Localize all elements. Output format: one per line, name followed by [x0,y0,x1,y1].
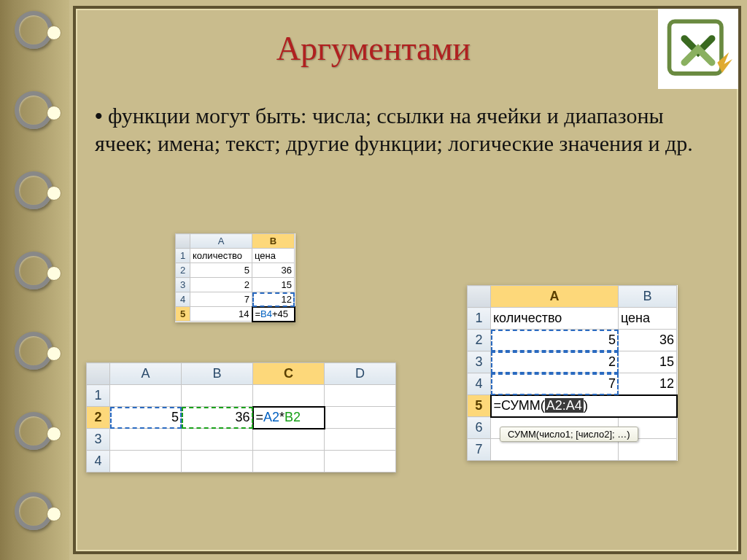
row-header: 4 [87,451,110,472]
excel-example-1: A B 1 количество цена 2 5 36 3 2 15 4 7 … [175,233,295,322]
formula-prefix: = [256,410,264,424]
table-row: 5 14 =B4+45 [176,307,295,322]
row-header: 2 [87,407,110,429]
cell-referenced: 2 [491,351,619,373]
table-row: 1 [87,385,396,407]
function-tooltip: СУММ(число1; [число2]; …) [500,427,638,442]
row-header: 2 [176,263,190,278]
table-row: 3 2 15 [468,351,677,373]
cell: количество [190,249,252,263]
cell [182,429,253,451]
table-row: 1 количество цена [468,308,677,330]
formula-ref: B4 [260,308,272,319]
table-row: 4 [87,451,396,472]
cell: 36 [252,263,295,278]
cell-referenced: 5 [110,407,182,429]
formula-cell: =A2*B2 [253,407,325,429]
cell [253,451,325,472]
cell: 5 [190,263,252,278]
table-row: 4 7 12 [468,373,677,395]
row-header: 6 [468,417,491,439]
bullet-text: функции могут быть: числа; ссылки на яче… [95,102,718,157]
excel-logo-icon [658,9,738,89]
row-header: 4 [176,292,190,307]
formula-prefix: = [255,308,261,319]
formula-op: * [279,410,285,424]
col-header-d: D [325,363,396,385]
table-row: 3 2 15 [176,278,295,292]
row-header: 5 [468,395,491,417]
col-header-b: B [619,286,677,308]
table-row: 2 5 36 [176,263,295,278]
cell [619,439,677,461]
cell [253,385,325,407]
cell: количество [491,308,619,330]
cell [110,385,182,407]
select-all-corner [87,363,110,385]
table-row: 2 5 36 =A2*B2 [87,407,396,429]
cell [325,429,396,451]
cell-referenced: 36 [182,407,253,429]
cell-referenced: 12 [252,292,295,307]
spiral-ring [15,252,53,289]
cell [182,451,253,472]
table-row: 5 =СУММ(A2:A4) [468,395,677,417]
cell: 2 [190,278,252,292]
table-row: 3 [87,429,396,451]
cell: 14 [190,307,252,322]
cell: цена [619,308,677,330]
cell: 7 [190,292,252,307]
row-header: 3 [468,351,491,373]
spiral-ring [15,11,53,49]
formula-cell: =B4+45 [252,307,295,322]
row-header: 7 [468,439,491,461]
cell: 36 [619,330,677,351]
col-header-b: B [252,234,295,249]
spiral-ring [15,492,53,530]
cell [253,429,325,451]
formula-suffix: ) [584,398,588,413]
cell-referenced: 7 [491,373,619,395]
cell [325,407,396,429]
col-header-a: A [491,286,619,308]
excel-example-2: A B C D 1 2 5 36 =A2*B2 3 4 [86,362,396,472]
spiral-ring [15,171,53,209]
row-header: 5 [176,307,190,322]
table-row: 4 7 12 [176,292,295,307]
row-header: 1 [87,385,110,407]
row-header: 2 [468,330,491,351]
row-header: 3 [176,278,190,292]
formula-cell: =СУММ(A2:A4) [491,395,677,417]
row-header: 4 [468,373,491,395]
col-header-c: C [253,363,325,385]
spiral-ring [15,412,53,450]
select-all-corner [468,286,491,308]
row-header: 3 [87,429,110,451]
table-row: 1 количество цена [176,249,295,263]
cell [491,439,619,461]
select-all-corner [176,234,190,249]
formula-ref: B2 [285,410,301,424]
row-header: 1 [468,308,491,330]
table-row: 7 [468,439,677,461]
table-row: 2 5 36 [468,330,677,351]
cell-referenced: 5 [491,330,619,351]
col-header-b: B [182,363,253,385]
col-header-a: A [190,234,252,249]
cell [325,385,396,407]
cell: цена [252,249,295,263]
cell: 15 [252,278,295,292]
cell [182,385,253,407]
cell [325,451,396,472]
formula-prefix: =СУММ( [494,398,545,413]
cell [110,451,182,472]
cell [110,429,182,451]
slide-title: Аргументами [0,29,747,68]
cell: 15 [619,351,677,373]
formula-ref: A2 [263,410,279,424]
formula-range-highlight: A2:A4 [545,398,584,413]
col-header-a: A [110,363,182,385]
spiral-ring [15,332,53,370]
formula-suffix: +45 [272,308,288,319]
row-header: 1 [176,249,190,263]
